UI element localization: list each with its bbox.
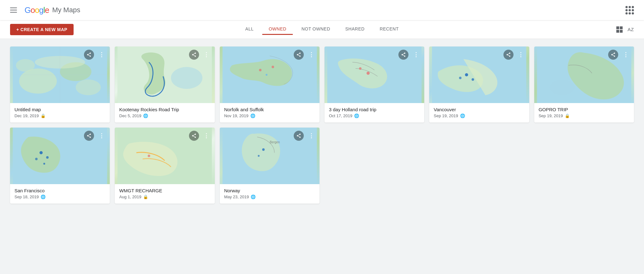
google-letter-g2: g [39,6,43,14]
map-info-kootenay: Kootenay Rockies Road Trip Dec 5, 2019 🌐 [115,103,214,123]
map-info-norfolk: Norfolk and Suffolk Nov 19, 2019 🌐 [220,103,319,123]
create-map-button[interactable]: + CREATE A NEW MAP [10,24,74,35]
share-button-wmgt[interactable] [189,131,199,141]
empty-cell-1 [325,128,424,204]
more-button-norfolk[interactable]: ⋮ [306,50,316,60]
map-card-kootenay[interactable]: ⋮ Kootenay Rockies Road Trip Dec 5, 2019… [115,47,214,123]
card-actions-gopro: ⋮ [608,50,631,60]
map-meta-norway: May 23, 2019 🌐 [224,195,315,199]
map-card-gopro[interactable]: ⋮ GOPRO TRIP Sep 19, 2019 🔒 [534,47,634,123]
map-card-sf[interactable]: ⋮ San Francisco Sep 18, 2019 🌐 [10,128,110,204]
privacy-icon-norway: 🌐 [251,195,256,199]
card-actions-holland: ⋮ [398,50,421,60]
svg-point-23 [549,79,575,95]
tab-all[interactable]: ALL [239,24,260,35]
map-date-gopro: Sep 19, 2019 [539,113,563,118]
map-thumbnail-wmgt: ⋮ [115,128,214,184]
svg-point-20 [472,78,474,81]
map-title-wmgt: WMGT RECHARGE [119,188,210,193]
map-card-norway[interactable]: Bergen ⋮ Norway May 23, 2019 🌐 [220,128,319,204]
grid-view-icon[interactable] [616,26,623,33]
share-button-vancouver[interactable] [503,50,514,60]
map-info-gopro: GOPRO TRIP Sep 19, 2019 🔒 [534,103,634,123]
more-button-sf[interactable]: ⋮ [97,131,107,141]
more-button-untitled[interactable]: ⋮ [97,50,107,60]
map-meta-norfolk: Nov 19, 2019 🌐 [224,113,315,118]
more-button-wmgt[interactable]: ⋮ [202,131,212,141]
svg-point-30 [148,155,150,157]
tab-shared[interactable]: SHARED [339,24,371,35]
toolbar: + CREATE A NEW MAP ALL OWNED NOT OWNED S… [0,20,644,39]
google-letter-o1: o [31,6,35,14]
logo-area: Google My Maps [25,6,80,14]
map-info-norway: Norway May 23, 2019 🌐 [220,184,319,204]
svg-point-5 [16,59,35,72]
map-card-holland[interactable]: ⋮ 3 day Holland road trip Oct 17, 2019 🌐 [325,47,424,123]
card-actions-norfolk: ⋮ [294,50,316,60]
svg-point-19 [465,73,468,76]
map-card-vancouver[interactable]: ⋮ Vancouver Sep 19, 2019 🌐 [429,47,529,123]
google-letter-o2: o [35,6,39,14]
map-title-gopro: GOPRO TRIP [539,107,630,112]
map-card-norfolk[interactable]: ⋮ Norfolk and Suffolk Nov 19, 2019 🌐 [220,47,319,123]
svg-point-14 [265,74,267,76]
map-card-wmgt[interactable]: ⋮ WMGT RECHARGE Aug 1, 2019 🔒 [115,128,214,204]
map-title-sf: San Francisco [14,188,105,193]
more-button-holland[interactable]: ⋮ [411,50,421,60]
map-title-untitled: Untitled map [14,107,105,112]
map-date-sf: Sep 18, 2019 [14,195,39,199]
svg-point-26 [46,156,49,159]
svg-point-27 [35,158,38,160]
header-left: Google My Maps [8,5,80,15]
map-thumbnail-gopro: ⋮ [534,47,634,103]
sort-label[interactable]: AZ [628,27,634,32]
map-meta-gopro: Sep 19, 2019 🔒 [539,113,630,118]
map-info-wmgt: WMGT RECHARGE Aug 1, 2019 🔒 [115,184,214,204]
more-button-norway[interactable]: ⋮ [306,131,316,141]
card-actions-vancouver: ⋮ [503,50,526,60]
privacy-icon-sf: 🌐 [41,195,46,199]
apps-icon[interactable] [623,3,636,17]
map-title-kootenay: Kootenay Rockies Road Trip [119,107,210,112]
share-button-norway[interactable] [294,131,304,141]
map-meta-sf: Sep 18, 2019 🌐 [14,195,105,199]
privacy-icon-untitled: 🔒 [41,113,46,118]
google-letter-e: e [45,6,49,14]
maps-grid-row1: ⋮ Untitled map Dec 19, 2019 🔒 [10,47,634,123]
map-thumbnail-sf: ⋮ [10,128,110,184]
share-button-norfolk[interactable] [294,50,304,60]
map-title-norfolk: Norfolk and Suffolk [224,107,315,112]
map-card-untitled[interactable]: ⋮ Untitled map Dec 19, 2019 🔒 [10,47,110,123]
privacy-icon-holland: 🌐 [354,113,359,118]
content: ⋮ Untitled map Dec 19, 2019 🔒 [0,39,644,211]
tab-owned[interactable]: OWNED [262,24,292,35]
share-button-kootenay[interactable] [189,50,199,60]
map-meta-holland: Oct 17, 2019 🌐 [329,113,420,118]
share-button-untitled[interactable] [84,50,94,60]
empty-cell-3 [534,128,634,204]
svg-point-16 [367,72,370,75]
google-logo: Google [25,6,49,14]
header: Google My Maps [0,0,644,20]
tab-recent[interactable]: RECENT [373,24,405,35]
more-button-kootenay[interactable]: ⋮ [202,50,212,60]
map-info-holland: 3 day Holland road trip Oct 17, 2019 🌐 [325,103,424,123]
svg-point-33 [258,155,259,157]
share-button-holland[interactable] [398,50,408,60]
svg-point-28 [43,163,45,165]
more-button-vancouver[interactable]: ⋮ [516,50,526,60]
share-button-sf[interactable] [84,131,94,141]
card-actions-kootenay: ⋮ [189,50,212,60]
tab-not-owned[interactable]: NOT OWNED [295,24,336,35]
svg-text:Bergen: Bergen [269,140,280,144]
toolbar-right: AZ [616,26,634,33]
map-meta-wmgt: Aug 1, 2019 🔒 [119,195,210,199]
hamburger-icon[interactable] [8,5,19,15]
share-button-gopro[interactable] [608,50,618,60]
map-thumbnail-vancouver: ⋮ [429,47,529,103]
more-button-gopro[interactable]: ⋮ [621,50,631,60]
map-date-vancouver: Sep 19, 2019 [434,113,458,118]
map-meta-kootenay: Dec 5, 2019 🌐 [119,113,210,118]
privacy-icon-gopro: 🔒 [565,113,570,118]
map-title-vancouver: Vancouver [434,107,525,112]
